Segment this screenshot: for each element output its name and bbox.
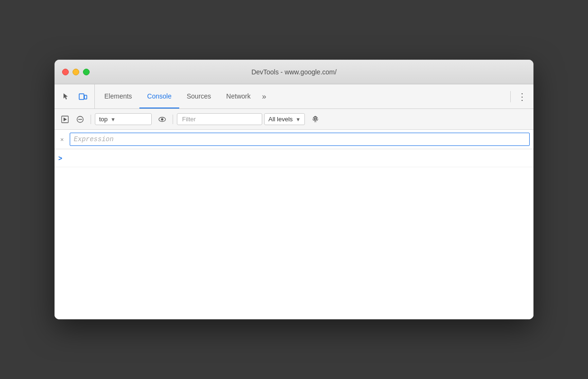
console-toolbar: top ▼ All levels ▼	[55, 109, 533, 130]
expression-input[interactable]	[70, 133, 530, 146]
title-bar: DevTools - www.google.com/	[55, 60, 533, 84]
console-output[interactable]	[55, 167, 533, 319]
live-expression-row: ×	[55, 130, 533, 149]
tab-sources[interactable]: Sources	[179, 84, 219, 108]
svg-rect-0	[79, 94, 84, 99]
close-expression-button[interactable]: ×	[58, 135, 66, 144]
more-tabs-button[interactable]: »	[258, 84, 270, 108]
kebab-menu-button[interactable]: ⋮	[514, 89, 530, 104]
eye-icon-button[interactable]	[156, 113, 169, 126]
filter-input[interactable]	[177, 113, 262, 125]
context-selector[interactable]: top ▼	[95, 113, 152, 125]
close-button[interactable]	[62, 69, 69, 75]
svg-rect-1	[84, 95, 87, 99]
minimize-button[interactable]	[73, 69, 79, 75]
svg-point-7	[161, 118, 164, 120]
svg-marker-3	[64, 117, 67, 121]
traffic-lights	[62, 69, 90, 75]
run-snippet-button[interactable]	[58, 113, 72, 126]
tab-bar-right: ⋮	[506, 84, 530, 108]
toolbar-divider	[91, 115, 91, 124]
prompt-chevron-icon: >	[58, 154, 62, 162]
tab-elements[interactable]: Elements	[97, 84, 139, 108]
log-levels-dropdown[interactable]: All levels ▼	[264, 113, 305, 125]
maximize-button[interactable]	[83, 69, 90, 75]
toolbar-divider-2	[173, 115, 173, 124]
console-area: × >	[55, 130, 533, 319]
tab-network[interactable]: Network	[219, 84, 258, 108]
cursor-icon-button[interactable]	[58, 89, 74, 104]
vertical-divider	[510, 91, 511, 102]
tab-bar: Elements Console Sources Network » ⋮	[55, 84, 533, 109]
dropdown-arrow-icon: ▼	[110, 117, 116, 122]
settings-button[interactable]	[309, 113, 322, 126]
window-title: DevTools - www.google.com/	[251, 68, 337, 76]
levels-arrow-icon: ▼	[295, 117, 301, 122]
console-prompt-area: >	[55, 149, 533, 167]
tab-console[interactable]: Console	[139, 84, 179, 108]
clear-console-button[interactable]	[74, 113, 87, 126]
tab-bar-icons	[58, 84, 95, 108]
devtools-window: DevTools - www.google.com/ Elements Cons…	[55, 60, 533, 319]
device-icon-button[interactable]	[75, 89, 91, 104]
